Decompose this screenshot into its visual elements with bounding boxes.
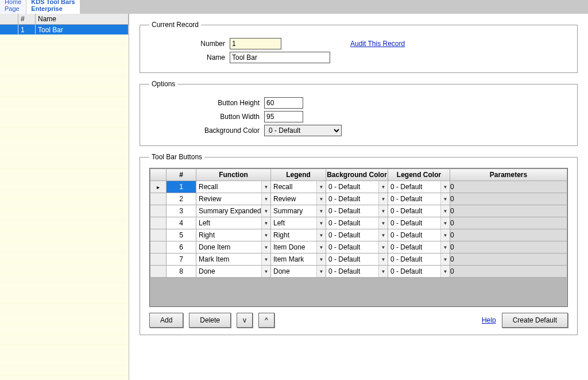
dropdown-icon[interactable]: ▼ bbox=[378, 229, 388, 241]
row-selector[interactable] bbox=[150, 217, 167, 229]
dropdown-icon[interactable]: ▼ bbox=[440, 229, 450, 241]
create-default-button[interactable]: Create Default bbox=[502, 313, 568, 328]
grid-header-parameters[interactable]: Parameters bbox=[450, 169, 567, 181]
bgcolor-cell[interactable]: 0 - Default▼ bbox=[326, 266, 388, 278]
audit-this-record-link[interactable]: Audit This Record bbox=[350, 40, 405, 48]
legend-cell[interactable]: Recall▼ bbox=[271, 181, 326, 193]
dropdown-icon[interactable]: ▼ bbox=[378, 241, 388, 253]
legend-cell[interactable]: Left▼ bbox=[271, 217, 326, 229]
parameters-cell[interactable]: 0 bbox=[450, 266, 567, 278]
button-width-input[interactable] bbox=[264, 111, 303, 122]
help-link[interactable]: Help bbox=[482, 316, 496, 324]
function-cell[interactable]: Right▼ bbox=[196, 229, 271, 241]
legend-cell[interactable]: Item Done▼ bbox=[271, 241, 326, 254]
legendcolor-cell[interactable]: 0 - Default▼ bbox=[388, 241, 450, 254]
dropdown-icon[interactable]: ▼ bbox=[378, 193, 388, 205]
grid-row[interactable]: 5Right▼Right▼0 - Default▼0 - Default▼0 bbox=[150, 229, 567, 241]
legendcolor-cell[interactable]: 0 - Default▼ bbox=[388, 217, 450, 229]
legend-cell[interactable]: Review▼ bbox=[271, 193, 326, 205]
legend-cell[interactable]: Right▼ bbox=[271, 229, 326, 241]
button-height-input[interactable] bbox=[264, 97, 303, 109]
dropdown-icon[interactable]: ▼ bbox=[261, 205, 270, 217]
dropdown-icon[interactable]: ▼ bbox=[316, 217, 326, 229]
grid-header-legend[interactable]: Legend bbox=[271, 169, 326, 181]
parameters-cell[interactable]: 0 bbox=[450, 181, 567, 193]
bgcolor-cell[interactable]: 0 - Default▼ bbox=[326, 205, 388, 217]
grid-row[interactable]: 8Done▼Done▼0 - Default▼0 - Default▼0 bbox=[150, 266, 567, 278]
dropdown-icon[interactable]: ▼ bbox=[316, 266, 326, 277]
legendcolor-cell[interactable]: 0 - Default▼ bbox=[388, 266, 450, 278]
dropdown-icon[interactable]: ▼ bbox=[316, 241, 326, 253]
dropdown-icon[interactable]: ▼ bbox=[378, 254, 388, 265]
grid-header-function[interactable]: Function bbox=[196, 169, 271, 181]
grid-row[interactable]: 4Left▼Left▼0 - Default▼0 - Default▼0 bbox=[150, 217, 567, 229]
function-cell[interactable]: Left▼ bbox=[196, 217, 271, 229]
dropdown-icon[interactable]: ▼ bbox=[440, 193, 450, 205]
grid-row[interactable]: 7Mark Item▼Item Mark▼0 - Default▼0 - Def… bbox=[150, 254, 567, 266]
legendcolor-cell[interactable]: 0 - Default▼ bbox=[388, 193, 450, 205]
dropdown-icon[interactable]: ▼ bbox=[316, 205, 326, 217]
function-cell[interactable]: Mark Item▼ bbox=[196, 254, 271, 266]
number-input[interactable] bbox=[230, 38, 281, 49]
list-row[interactable]: 1Tool Bar bbox=[0, 25, 129, 34]
row-selector[interactable] bbox=[150, 181, 167, 193]
tab-home[interactable]: Home Page bbox=[0, 0, 26, 14]
grid-row[interactable]: 2Review▼Review▼0 - Default▼0 - Default▼0 bbox=[150, 193, 567, 205]
grid-header-bgcolor[interactable]: Background Color bbox=[326, 169, 388, 181]
bgcolor-cell[interactable]: 0 - Default▼ bbox=[326, 241, 388, 254]
parameters-cell[interactable]: 0 bbox=[450, 193, 567, 205]
dropdown-icon[interactable]: ▼ bbox=[440, 241, 450, 253]
legendcolor-cell[interactable]: 0 - Default▼ bbox=[388, 254, 450, 266]
grid-row[interactable]: 1Recall▼Recall▼0 - Default▼0 - Default▼0 bbox=[150, 181, 567, 193]
parameters-cell[interactable]: 0 bbox=[450, 217, 567, 229]
function-cell[interactable]: Done Item▼ bbox=[196, 241, 271, 254]
dropdown-icon[interactable]: ▼ bbox=[440, 205, 450, 217]
list-header-num[interactable]: # bbox=[18, 14, 36, 25]
dropdown-icon[interactable]: ▼ bbox=[316, 181, 326, 193]
bgcolor-cell[interactable]: 0 - Default▼ bbox=[326, 217, 388, 229]
row-selector[interactable] bbox=[150, 266, 167, 278]
dropdown-icon[interactable]: ▼ bbox=[440, 217, 450, 229]
legend-cell[interactable]: Done▼ bbox=[271, 266, 326, 278]
parameters-cell[interactable]: 0 bbox=[450, 254, 567, 266]
tab-kds-tool-bars[interactable]: KDS Tool Bars Enterprise bbox=[26, 0, 80, 14]
dropdown-icon[interactable]: ▼ bbox=[378, 266, 388, 277]
dropdown-icon[interactable]: ▼ bbox=[261, 254, 270, 265]
list-header-name[interactable]: Name bbox=[36, 14, 129, 25]
grid-header-num[interactable]: # bbox=[167, 169, 196, 181]
dropdown-icon[interactable]: ▼ bbox=[440, 181, 450, 193]
add-button[interactable]: Add bbox=[149, 313, 183, 328]
dropdown-icon[interactable]: ▼ bbox=[261, 229, 270, 241]
name-input[interactable] bbox=[230, 52, 330, 63]
function-cell[interactable]: Summary Expanded▼ bbox=[196, 205, 271, 217]
dropdown-icon[interactable]: ▼ bbox=[261, 181, 270, 193]
function-cell[interactable]: Done▼ bbox=[196, 266, 271, 278]
grid-header-legendcolor[interactable]: Legend Color bbox=[388, 169, 450, 181]
bgcolor-cell[interactable]: 0 - Default▼ bbox=[326, 254, 388, 266]
bgcolor-cell[interactable]: 0 - Default▼ bbox=[326, 181, 388, 193]
dropdown-icon[interactable]: ▼ bbox=[378, 217, 388, 229]
dropdown-icon[interactable]: ▼ bbox=[378, 205, 388, 217]
row-selector[interactable] bbox=[150, 193, 167, 205]
function-cell[interactable]: Review▼ bbox=[196, 193, 271, 205]
bgcolor-cell[interactable]: 0 - Default▼ bbox=[326, 193, 388, 205]
dropdown-icon[interactable]: ▼ bbox=[261, 217, 270, 229]
legend-cell[interactable]: Summary▼ bbox=[271, 205, 326, 217]
move-down-button[interactable]: v bbox=[237, 313, 253, 328]
dropdown-icon[interactable]: ▼ bbox=[316, 229, 326, 241]
dropdown-icon[interactable]: ▼ bbox=[440, 266, 450, 277]
bgcolor-cell[interactable]: 0 - Default▼ bbox=[326, 229, 388, 241]
parameters-cell[interactable]: 0 bbox=[450, 229, 567, 241]
legendcolor-cell[interactable]: 0 - Default▼ bbox=[388, 181, 450, 193]
dropdown-icon[interactable]: ▼ bbox=[440, 254, 450, 265]
legendcolor-cell[interactable]: 0 - Default▼ bbox=[388, 205, 450, 217]
background-color-select[interactable]: 0 - Default bbox=[264, 125, 342, 136]
dropdown-icon[interactable]: ▼ bbox=[261, 193, 270, 205]
grid-row[interactable]: 6Done Item▼Item Done▼0 - Default▼0 - Def… bbox=[150, 241, 567, 254]
grid-row[interactable]: 3Summary Expanded▼Summary▼0 - Default▼0 … bbox=[150, 205, 567, 217]
dropdown-icon[interactable]: ▼ bbox=[378, 181, 388, 193]
row-selector[interactable] bbox=[150, 254, 167, 266]
row-selector[interactable] bbox=[150, 205, 167, 217]
function-cell[interactable]: Recall▼ bbox=[196, 181, 271, 193]
dropdown-icon[interactable]: ▼ bbox=[316, 254, 326, 265]
